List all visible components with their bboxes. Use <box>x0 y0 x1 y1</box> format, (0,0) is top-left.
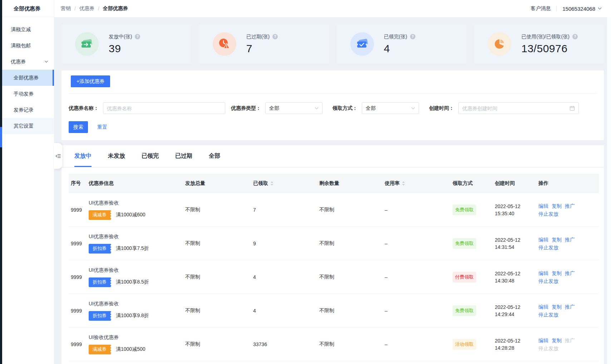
sidebar-item-manual-send[interactable]: 手动发券 <box>2 86 54 102</box>
edit-action[interactable]: 编辑 <box>538 304 548 310</box>
create-time-cell: 2022-05-12 14:31:54 <box>495 236 538 251</box>
tab-claimed-out[interactable]: 已领完 <box>142 145 159 167</box>
tab-all[interactable]: 全部 <box>209 145 220 167</box>
col-claim-way: 领取方式 <box>453 180 495 187</box>
stat-label: 发放中(张) <box>109 34 132 40</box>
edit-action[interactable]: 编辑 <box>538 203 548 209</box>
coupon-rule: 满1000享7.5折 <box>116 245 149 252</box>
promote-action[interactable]: 推广 <box>565 304 575 310</box>
add-coupon-button[interactable]: +添加优惠券 <box>71 75 110 87</box>
edit-action[interactable]: 编辑 <box>538 338 548 343</box>
claim-way-cell: 免费领取 <box>453 305 495 316</box>
create-time-cell: 2022-05-12 14:29:44 <box>495 304 538 318</box>
help-icon[interactable]: ? <box>410 34 415 39</box>
sort-icon[interactable] <box>402 181 405 186</box>
remaining-cell: 不限制 <box>319 207 385 213</box>
copy-action[interactable]: 复制 <box>552 203 562 209</box>
col-total: 发放总量 <box>185 180 253 187</box>
account-menu[interactable]: 15065324068 <box>562 6 602 12</box>
breadcrumb: 营销 / 优惠券 / 全部优惠券 <box>61 5 128 12</box>
usage-cell: – <box>385 207 453 213</box>
reset-button[interactable]: 重置 <box>97 124 107 131</box>
search-row: 搜索 重置 <box>69 121 597 133</box>
edit-action[interactable]: 编辑 <box>538 270 548 276</box>
tab-distributing[interactable]: 发放中 <box>74 145 92 167</box>
sidebar-item-full-reduction[interactable]: 满额立减 <box>2 21 54 38</box>
col-coupon-info: 优惠券信息 <box>89 180 185 187</box>
actions-cell: 编辑复制推广 停止发放 <box>538 336 599 352</box>
tab-expired[interactable]: 已过期 <box>175 145 192 167</box>
coupon-rule: 满1000享9.8折 <box>116 313 149 319</box>
help-icon[interactable]: ? <box>272 34 278 39</box>
remaining-cell: 不限制 <box>319 240 385 247</box>
col-usage-rate[interactable]: 使用率 <box>385 180 453 187</box>
stop-issue-action[interactable]: 停止发放 <box>538 211 558 217</box>
coupon-name-input[interactable] <box>107 105 221 111</box>
stat-value: 39 <box>109 43 140 55</box>
coupon-name: UI优惠券验收 <box>89 267 182 274</box>
stat-value: 13/50976 <box>521 43 578 55</box>
claim-way-badge: 免费领取 <box>453 238 476 249</box>
claim-way-select[interactable]: 全部 <box>362 102 419 114</box>
promote-action[interactable]: 推广 <box>565 270 575 276</box>
coupon-type-badge: 满减券 <box>89 345 111 354</box>
stat-label: 已过期(张) <box>246 34 270 40</box>
col-received[interactable]: 已领取 <box>253 180 319 187</box>
customer-messages-link[interactable]: 客户消息 <box>531 5 551 12</box>
filter-row: 优惠券名称： 优惠券类型： 全部 领取方式： 全部 创建时间： <box>69 102 597 114</box>
create-time-input[interactable] <box>462 105 562 111</box>
copy-action[interactable]: 复制 <box>552 237 562 242</box>
stop-issue-action[interactable]: 停止发放 <box>538 312 558 318</box>
tab-not-released[interactable]: 未发放 <box>108 145 125 167</box>
chevron-down-icon <box>44 60 48 64</box>
edit-action[interactable]: 编辑 <box>538 237 548 242</box>
page-scrollbar[interactable] <box>607 17 611 364</box>
stat-cards: 发放中(张)? 39 已过期(张)? <box>61 24 604 64</box>
remaining-cell: 不限制 <box>319 341 385 348</box>
coupon-type-select[interactable]: 全部 <box>265 102 322 114</box>
row-index: 9999 <box>71 241 89 246</box>
sidebar-item-free-shipping[interactable]: 满额包邮 <box>2 38 54 54</box>
stop-issue-action[interactable]: 停止发放 <box>538 278 558 284</box>
promote-action[interactable]: 推广 <box>565 203 575 209</box>
coupon-send-icon <box>75 32 99 56</box>
stop-issue-action[interactable]: 停止发放 <box>538 345 558 351</box>
claim-way-cell: 活动领取 <box>453 339 495 350</box>
sidebar-item-all-coupons[interactable]: 全部优惠券 <box>2 70 54 86</box>
coupon-name-input-wrap <box>103 102 225 114</box>
sidebar-title: 全部优惠券 <box>2 0 54 17</box>
sidebar-item-other-settings[interactable]: 其它设置 <box>2 118 54 134</box>
create-time-cell: 2022-05-12 14:30:48 <box>495 270 538 284</box>
promote-action[interactable]: 推广 <box>565 338 575 343</box>
table-row: 9999 UI优惠券验收 满减券 满1000减600 不限制 7 不限制 – <box>69 193 599 227</box>
promote-action[interactable]: 推广 <box>565 237 575 242</box>
topbar: 营销 / 优惠券 / 全部优惠券 客户消息 15065324068 <box>54 0 611 17</box>
claim-way-value: 全部 <box>366 105 376 112</box>
help-icon[interactable]: ? <box>135 34 140 39</box>
stop-issue-action[interactable]: 停止发放 <box>538 245 558 250</box>
copy-action[interactable]: 复制 <box>552 338 562 343</box>
coupon-info-cell: UI优惠券验收 折扣券 满1000享8.5折 <box>89 267 185 287</box>
breadcrumb-coupons[interactable]: 优惠券 <box>79 5 94 12</box>
breadcrumb-marketing[interactable]: 营销 <box>61 5 71 12</box>
coupon-info-cell: UI优惠券验收 满减券 满1000减600 <box>89 200 185 220</box>
sidebar-item-coupons[interactable]: 优惠券 <box>2 54 54 70</box>
copy-action[interactable]: 复制 <box>552 304 562 310</box>
received-cell: 9 <box>253 241 319 246</box>
main-area: 营销 / 优惠券 / 全部优惠券 客户消息 15065324068 <box>54 0 611 364</box>
stat-card-active: 发放中(张)? 39 <box>61 24 191 64</box>
stat-value: 7 <box>246 43 278 55</box>
stat-label: 已使用(张)/已领取(张) <box>521 34 570 40</box>
total-cell: 不限制 <box>185 341 253 348</box>
chevron-down-icon <box>315 107 319 110</box>
sort-icon[interactable] <box>270 181 274 186</box>
search-button[interactable]: 搜索 <box>69 121 88 133</box>
row-index: 9999 <box>71 207 89 213</box>
usage-cell: – <box>385 274 453 280</box>
sidebar-collapse-handle[interactable] <box>54 143 62 169</box>
copy-action[interactable]: 复制 <box>552 270 562 276</box>
claim-way-badge: 活动领取 <box>453 339 476 350</box>
help-icon[interactable]: ? <box>572 34 578 39</box>
sidebar-item-send-records[interactable]: 发券记录 <box>2 102 54 118</box>
coupon-type-value: 全部 <box>269 105 279 112</box>
